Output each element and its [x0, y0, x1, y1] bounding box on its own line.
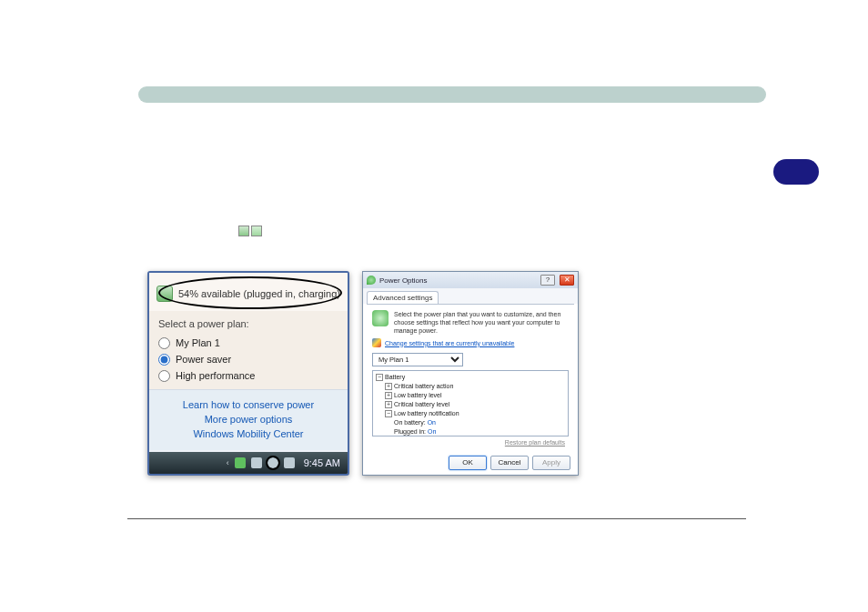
- link-change-unavailable-settings[interactable]: Change settings that are currently unava…: [385, 340, 514, 346]
- tree-node-critical-action[interactable]: Critical battery action: [394, 382, 453, 391]
- expander-icon[interactable]: −: [385, 410, 392, 417]
- tab-advanced-settings[interactable]: Advanced settings: [367, 291, 439, 304]
- settings-tree[interactable]: −Battery +Critical battery action +Low b…: [372, 370, 569, 436]
- link-restore-plan-defaults[interactable]: Restore plan defaults: [372, 439, 569, 446]
- plan-label: Power saver: [176, 351, 231, 367]
- expander-icon[interactable]: +: [385, 401, 392, 408]
- tree-label-plugged-in: Plugged in:: [394, 427, 426, 436]
- header-bar: [138, 86, 766, 103]
- taskbar-clock: 9:45 AM: [304, 457, 340, 468]
- tray-icon-shield[interactable]: [235, 457, 246, 468]
- plan-radio[interactable]: [158, 337, 170, 349]
- tray-icon-volume[interactable]: [284, 457, 295, 468]
- taskbar: ‹ 9:45 AM: [149, 452, 348, 474]
- tree-node-battery[interactable]: Battery: [385, 373, 405, 382]
- power-options-icon: [367, 276, 376, 285]
- plan-radio[interactable]: [158, 370, 170, 382]
- power-options-dialog: Power Options ? ✕ Advanced settings Sele…: [362, 271, 579, 476]
- plan-option-highperf[interactable]: High performance: [158, 367, 338, 384]
- chevron-left-icon[interactable]: ‹: [227, 458, 229, 467]
- link-conserve-power[interactable]: Learn how to conserve power: [149, 397, 348, 412]
- tray-icon-battery[interactable]: [267, 457, 278, 468]
- tree-label-on-battery: On battery:: [394, 418, 426, 427]
- dialog-description: Select the power plan that you want to c…: [394, 310, 569, 335]
- footer-rule: [127, 518, 746, 519]
- tree-node-critical-level[interactable]: Critical battery level: [394, 400, 449, 409]
- inline-tray-icons: [238, 226, 262, 236]
- plan-option-powersaver[interactable]: Power saver: [158, 351, 338, 367]
- expander-icon[interactable]: −: [376, 374, 383, 381]
- power-plan-icon: [372, 310, 389, 326]
- side-badge: [773, 159, 819, 185]
- expander-icon[interactable]: +: [385, 383, 392, 390]
- tray-icon-monitor[interactable]: [251, 457, 262, 468]
- battery-tray-icon-sample-a: [238, 226, 249, 236]
- dialog-titlebar: Power Options ? ✕: [363, 272, 578, 288]
- close-button[interactable]: ✕: [560, 275, 574, 286]
- battery-tray-icon-sample-b: [251, 226, 262, 236]
- tree-node-low-notification[interactable]: Low battery notification: [394, 409, 459, 418]
- ok-button[interactable]: OK: [449, 456, 487, 470]
- apply-button[interactable]: Apply: [532, 456, 570, 470]
- dialog-button-row: OK Cancel Apply: [363, 451, 578, 475]
- help-button[interactable]: ?: [540, 275, 555, 286]
- uac-shield-icon: [372, 338, 381, 347]
- popup-links: Learn how to conserve power More power o…: [149, 389, 348, 450]
- plan-select[interactable]: My Plan 1: [372, 353, 463, 366]
- tree-value-on-battery[interactable]: On: [428, 418, 436, 427]
- plans-title: Select a power plan:: [158, 318, 338, 329]
- battery-status-text: 54% available (plugged in, charging): [178, 288, 340, 299]
- tree-node-low-level[interactable]: Low battery level: [394, 391, 442, 400]
- tab-strip: Advanced settings: [363, 288, 578, 304]
- plan-label: My Plan 1: [176, 335, 220, 351]
- cancel-button[interactable]: Cancel: [490, 456, 529, 470]
- plan-label: High performance: [176, 367, 255, 384]
- battery-popup: 54% available (plugged in, charging) Sel…: [147, 271, 349, 476]
- expander-icon[interactable]: +: [385, 392, 392, 399]
- battery-icon: [156, 286, 173, 302]
- link-more-power-options[interactable]: More power options: [149, 412, 348, 426]
- dialog-title-text: Power Options: [379, 276, 536, 285]
- link-windows-mobility-center[interactable]: Windows Mobility Center: [149, 426, 348, 441]
- plan-radio[interactable]: [158, 354, 170, 366]
- tree-value-plugged-in[interactable]: On: [428, 427, 436, 436]
- plan-option-myplan1[interactable]: My Plan 1: [158, 335, 338, 351]
